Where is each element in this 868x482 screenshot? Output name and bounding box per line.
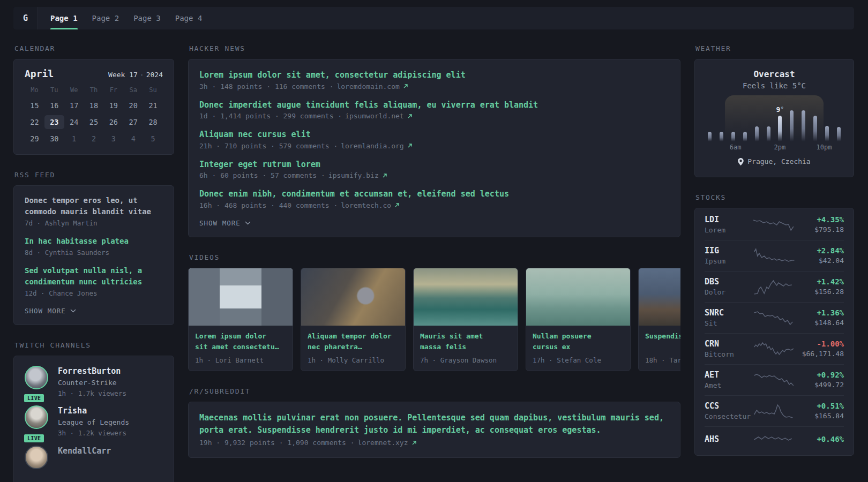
weather-hour-bar (708, 132, 712, 141)
hackernews-item-stats: 6h · 60 points · 57 comments · (199, 171, 325, 179)
app-logo: G (13, 7, 38, 29)
stock-row[interactable]: DBS Dolor +1.42% $156.28 (705, 271, 844, 302)
stock-row[interactable]: AET Amet +0.92% $499.72 (705, 364, 844, 395)
rss-item-title[interactable]: In hac habitasse platea (25, 236, 163, 247)
stock-row[interactable]: CRN Bitcorn -1.00% $66,171.48 (705, 333, 844, 364)
stock-values: -1.00% $66,171.48 (800, 340, 844, 358)
video-title[interactable]: Nullam posuere cursus ex (533, 331, 618, 352)
twitch-channel-row[interactable]: LIVE ForrestBurton Counter-Strike 1h · 1… (25, 366, 163, 398)
rss-show-more-button[interactable]: SHOW MORE (25, 307, 76, 315)
video-card[interactable]: Nullam posuere cursus ex 17h · Stefan Co… (526, 268, 631, 371)
stock-change: +0.92% (800, 371, 844, 379)
stock-values: +1.42% $156.28 (800, 277, 844, 296)
calendar-day: 24 (64, 115, 84, 129)
rss-section: RSS FEED Donec tempor eros leo, ut commo… (13, 171, 174, 325)
nav-tab[interactable]: Page 4 (175, 7, 203, 29)
hackernews-section-title: HACKER NEWS (189, 44, 680, 52)
calendar-week-label: Week 17 (108, 71, 138, 79)
video-card[interactable]: Aliquam tempor dolor nec pharetra… 1h · … (301, 268, 406, 371)
external-link-icon (403, 84, 408, 89)
hackernews-item-domain[interactable]: loremtech.co (341, 201, 391, 209)
show-more-label: SHOW MORE (199, 219, 241, 227)
hackernews-item-title[interactable]: Lorem ipsum dolor sit amet, consectetur … (199, 69, 669, 81)
calendar-section-title: CALENDAR (14, 44, 174, 52)
stock-ticker: CRN (705, 339, 748, 349)
hackernews-item-stats: 21h · 710 points · 579 comments · (199, 142, 338, 150)
subreddit-post-title[interactable]: Maecenas mollis pulvinar erat non posuer… (199, 412, 669, 437)
stock-identity: AHS (705, 434, 748, 446)
video-title[interactable]: Mauris sit amet massa felis (420, 331, 506, 352)
weather-hour-bar (720, 132, 723, 141)
weather-hour-bar (813, 116, 817, 141)
calendar-day: 15 (25, 99, 44, 112)
calendar-day: 22 (25, 115, 44, 129)
twitch-channel-list: LIVE ForrestBurton Counter-Strike 1h · 1… (25, 366, 163, 469)
stocks-section: STOCKS LDI Lorem +4.35% $795.18 (694, 193, 854, 456)
hackernews-item-domain[interactable]: loremdomain.com (336, 82, 399, 91)
stock-change: +0.51% (800, 402, 844, 410)
video-thumbnail[interactable] (301, 268, 405, 326)
video-card[interactable]: Lorem ipsum dolor sit amet consectetu… 1… (188, 268, 293, 371)
video-thumbnail[interactable] (414, 268, 518, 326)
twitch-channel-name[interactable]: ForrestBurton (58, 366, 126, 378)
hackernews-item-title[interactable]: Integer eget rutrum lorem (199, 159, 669, 171)
stock-row[interactable]: LDI Lorem +4.35% $795.18 (705, 209, 844, 240)
hackernews-show-more-button[interactable]: SHOW MORE (199, 219, 251, 227)
rss-section-title: RSS FEED (14, 171, 174, 179)
stock-row[interactable]: IIG Ipsum +2.84% $42.04 (705, 240, 844, 271)
video-title[interactable]: Aliquam tempor dolor nec pharetra… (308, 331, 393, 352)
weather-location-text: Prague, Czechia (747, 157, 810, 165)
calendar-day: 27 (123, 115, 143, 129)
calendar-day: 1 (64, 132, 84, 146)
stock-row[interactable]: CCS Consectetur +0.51% $165.84 (705, 395, 844, 426)
twitch-channel-meta: 3h · 1.2k viewers (58, 428, 129, 438)
rss-item-meta: 12d · Chance Jones (25, 289, 163, 297)
rss-item-title[interactable]: Donec tempor eros leo, ut commodo mauris… (25, 195, 163, 217)
twitch-channel-row[interactable]: KendallCarr (25, 446, 163, 469)
twitch-avatar-wrap: LIVE (25, 366, 49, 398)
hackernews-item-domain[interactable]: loremlandia.org (341, 142, 403, 150)
twitch-channel-name[interactable]: Trisha (58, 405, 129, 417)
twitch-channel-meta: 1h · 1.7k viewers (58, 388, 126, 398)
weather-hour-bar (731, 132, 735, 141)
video-thumbnail[interactable] (526, 268, 630, 326)
calendar-day: 21 (143, 99, 163, 112)
stock-sparkline (753, 341, 795, 357)
stock-sparkline (753, 432, 795, 448)
hackernews-item-domain[interactable]: ipsumworld.net (345, 112, 404, 120)
hackernews-item-stats: 16h · 468 points · 440 comments · (199, 201, 338, 209)
stock-name: Dolor (705, 288, 748, 296)
video-card-body: Suspendisse diam 18h · Tara (639, 326, 680, 371)
video-title[interactable]: Lorem ipsum dolor sit amet consectetu… (195, 331, 281, 352)
nav-tab[interactable]: Page 3 (133, 7, 161, 29)
stock-row[interactable]: SNRC Sit +1.36% $148.64 (705, 302, 844, 333)
calendar-weekday: Su (143, 86, 163, 95)
stock-sparkline (753, 372, 795, 388)
calendar-day: 28 (143, 115, 163, 129)
rss-item-title[interactable]: Sed volutpat nulla nisl, a condimentum n… (25, 265, 163, 288)
twitch-channel-name[interactable]: KendallCarr (58, 446, 111, 457)
hackernews-item-title[interactable]: Aliquam nec cursus elit (199, 129, 669, 141)
rss-list: Donec tempor eros leo, ut commodo mauris… (25, 195, 163, 297)
calendar-day: 5 (143, 132, 163, 146)
stock-ticker: IIG (705, 246, 748, 255)
video-card[interactable]: Mauris sit amet massa felis 7h · Grayson… (413, 268, 518, 371)
hackernews-item-title[interactable]: Donec enim nibh, condimentum et accumsan… (199, 188, 669, 200)
subreddit-post-domain[interactable]: loremnet.xyz (358, 439, 408, 447)
twitch-section: TWITCH CHANNELS LIVE ForrestBurton (13, 341, 174, 482)
nav-tab[interactable]: Page 2 (92, 7, 119, 29)
hackernews-item-title[interactable]: Donec imperdiet augue tincidunt felis al… (199, 99, 669, 111)
video-meta: 7h · Grayson Dawson (420, 356, 511, 364)
twitch-channel-row[interactable]: LIVE Trisha League of Legends 3h · 1.2k … (25, 405, 163, 438)
video-thumbnail[interactable] (189, 268, 293, 326)
rss-widget: Donec tempor eros leo, ut commodo mauris… (13, 185, 174, 325)
video-card[interactable]: Suspendisse diam 18h · Tara (638, 268, 680, 371)
stock-name: Ipsum (705, 257, 748, 265)
video-thumbnail[interactable] (639, 268, 680, 326)
hackernews-item-domain[interactable]: ipsumify.biz (328, 171, 379, 179)
location-pin-icon (738, 158, 744, 165)
stock-row[interactable]: AHS +0.46% (705, 426, 844, 454)
nav-tab[interactable]: Page 1 (50, 7, 78, 29)
video-title[interactable]: Suspendisse diam (645, 331, 680, 352)
stock-name: Bitcorn (705, 350, 748, 358)
